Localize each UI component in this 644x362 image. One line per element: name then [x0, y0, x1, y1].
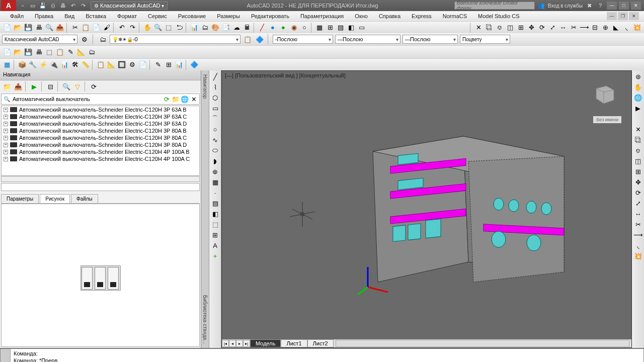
help-icon[interactable]: ? [596, 1, 605, 10]
paste-icon[interactable]: 📄 [91, 23, 101, 33]
ms15-icon[interactable]: ⊞ [164, 60, 174, 70]
menu-express[interactable]: Express [407, 12, 437, 20]
fillet-icon[interactable]: ◟ [621, 23, 631, 33]
rotate2-icon[interactable]: ⟳ [633, 188, 643, 198]
erase-icon[interactable]: ✕ [473, 23, 484, 33]
search-input[interactable]: Введите ключевое слово/фразу [454, 2, 535, 10]
plot-icon[interactable]: 🖶 [34, 23, 44, 33]
point-tool-icon[interactable]: · [210, 188, 220, 198]
ext3-icon[interactable]: 💾 [23, 47, 33, 57]
nav-play-icon[interactable]: ▶ [29, 81, 39, 92]
nav-filter-icon[interactable]: ▽ [72, 81, 83, 92]
app-logo[interactable]: A [1, 0, 16, 11]
ms16-icon[interactable]: 📊 [174, 60, 184, 70]
mirror2-icon[interactable]: ⎊ [633, 145, 643, 155]
rotate-icon[interactable]: ⟳ [537, 23, 547, 33]
undo-icon[interactable]: ↶ [68, 1, 77, 10]
ws-settings-icon[interactable]: ⚙ [79, 34, 90, 44]
menu-modify[interactable]: Редактировать [246, 12, 294, 20]
explode2-icon[interactable]: 💥 [633, 251, 643, 261]
properties-icon[interactable]: 📊 [189, 23, 199, 33]
block-tool-icon[interactable]: ▦ [210, 177, 220, 187]
erase2-icon[interactable]: ✕ [633, 124, 643, 134]
ms8-icon[interactable]: 📏 [80, 60, 91, 70]
ext7-icon[interactable]: ✎ [65, 47, 75, 57]
save-icon[interactable]: 💾 [38, 1, 47, 10]
tab-next-icon[interactable]: ▸ [236, 340, 243, 347]
nav-search-refresh-icon[interactable]: ⟳ [163, 94, 170, 104]
tree-item[interactable]: +Автоматический выключатель-Schneider El… [2, 155, 199, 162]
doc-close-button[interactable]: ✕ [629, 12, 639, 20]
redo-icon[interactable]: ↷ [127, 23, 137, 33]
maximize-button[interactable]: □ [619, 2, 629, 10]
menu-normacs[interactable]: NormaCS [438, 12, 472, 20]
layer-iso-icon[interactable]: 🔷 [255, 34, 265, 44]
menu-edit[interactable]: Правка [30, 12, 58, 20]
break-icon[interactable]: ⊟ [590, 23, 600, 33]
ring-icon[interactable]: ○ [299, 23, 309, 33]
nav-search-clear-icon[interactable]: ✕ [190, 94, 197, 104]
block-icon[interactable]: ▦ [314, 23, 325, 33]
menu-format[interactable]: Формат [112, 12, 142, 20]
cmd-grip[interactable] [1, 349, 11, 362]
tree-item[interactable]: +Автоматический выключатель-Schneider El… [2, 127, 199, 134]
menu-view[interactable]: Вид [59, 12, 79, 20]
tab-last-icon[interactable]: ▸| [243, 340, 250, 347]
copy-icon[interactable]: 📋 [80, 23, 91, 33]
array2-icon[interactable]: ⊞ [633, 166, 643, 176]
copy2-icon[interactable]: ⿻ [484, 23, 494, 33]
nav-folder-icon[interactable]: 📁 [2, 81, 12, 92]
pan-icon[interactable]: ✋ [142, 23, 152, 33]
text-tool-icon[interactable]: A [210, 240, 220, 250]
nav-filter-input[interactable] [1, 183, 200, 191]
insert-tool-icon[interactable]: ⊕ [210, 166, 220, 176]
preview-icon[interactable]: 🔍 [44, 23, 54, 33]
ms14-icon[interactable]: ✎ [153, 60, 163, 70]
undo-icon[interactable]: ↶ [117, 23, 127, 33]
move2-icon[interactable]: ✥ [633, 177, 643, 187]
new-icon[interactable]: ▫ [18, 1, 27, 10]
workspace-dropdown[interactable]: ⚙ Классический AutoCAD ▾ [91, 2, 168, 10]
trim-icon[interactable]: ✂ [569, 23, 579, 33]
line-icon[interactable]: ╱ [257, 23, 267, 33]
doc-restore-button[interactable]: ❐ [618, 12, 628, 20]
tab-params[interactable]: Параметры [1, 194, 39, 203]
layer-props-icon[interactable]: 🗂 [98, 34, 108, 44]
ext6-icon[interactable]: 📋 [55, 47, 65, 57]
nav-tree[interactable]: +Автоматический выключатель-Schneider El… [1, 106, 200, 176]
plotstyle-dropdown[interactable]: Поцвету [460, 35, 510, 44]
line-tool-icon[interactable]: ╱ [210, 71, 220, 81]
publish-icon[interactable]: 📤 [55, 23, 65, 33]
tab-files[interactable]: Файлы [71, 194, 98, 203]
menu-help[interactable]: Справка [374, 12, 406, 20]
circle3-icon[interactable]: ● [278, 23, 288, 33]
tree-item[interactable]: +Автоматический выключатель-Schneider El… [2, 120, 199, 127]
region-tool-icon[interactable]: ⬚ [210, 219, 220, 229]
nav-add-icon[interactable]: 📥 [13, 81, 23, 92]
nav-search-input[interactable] [13, 96, 161, 102]
nav-search-folder-icon[interactable]: 📁 [172, 94, 179, 104]
expand-icon[interactable]: + [4, 129, 8, 133]
layout-scrollbar[interactable] [336, 340, 629, 347]
tree-item[interactable]: +Автоматический выключатель-Schneider El… [2, 106, 199, 113]
menu-parametric[interactable]: Параметризация [295, 12, 349, 20]
tree-item[interactable]: +Автоматический выключатель-Schneider El… [2, 148, 199, 155]
extend2-icon[interactable]: ⟶ [633, 230, 643, 240]
circle-tool-icon[interactable]: ○ [210, 124, 220, 134]
expand-icon[interactable]: + [4, 108, 8, 112]
region-icon[interactable]: ▭ [357, 23, 367, 33]
tab-layout1[interactable]: Лист1 [281, 339, 307, 347]
color-dropdown[interactable]: ▫ Послою [273, 35, 333, 44]
open-file-icon[interactable]: 📂 [13, 23, 23, 33]
zoom-window-icon[interactable]: ⬚ [164, 23, 174, 33]
quickcalc-icon[interactable]: 🖩 [242, 23, 252, 33]
move-icon[interactable]: ✥ [526, 23, 536, 33]
menu-tools[interactable]: Сервис [143, 12, 172, 20]
saveas-icon[interactable]: ⎙ [48, 1, 57, 10]
ms13-icon[interactable]: 📄 [138, 60, 148, 70]
explode-icon[interactable]: 💥 [632, 23, 642, 33]
viewport-label[interactable]: [—] [Пользовательский вид ] [Концептуаль… [225, 72, 346, 78]
markup-icon[interactable]: ☁ [231, 23, 242, 33]
doc-minimize-button[interactable]: — [607, 12, 617, 20]
ext5-icon[interactable]: ⬚ [44, 47, 54, 57]
